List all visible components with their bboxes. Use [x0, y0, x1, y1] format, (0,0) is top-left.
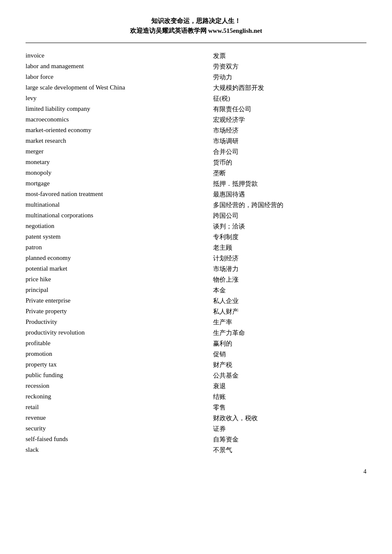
chinese-term: 财政收入，税收 — [213, 413, 366, 424]
chinese-term: 大规模妁西部开发 — [213, 83, 366, 93]
english-term: most-favored nation treatment — [26, 189, 213, 200]
chinese-term: 结账 — [213, 392, 366, 402]
chinese-term: 劳动力 — [213, 72, 366, 83]
english-term: monopoly — [26, 168, 213, 179]
table-row: potential market市场潜力 — [26, 264, 366, 274]
chinese-term: 垄断 — [213, 168, 366, 179]
english-term: large scale development of West China — [26, 83, 213, 93]
english-term: property tax — [26, 360, 213, 370]
english-term: slack — [26, 445, 213, 456]
table-row: revenue财政收入，税收 — [26, 413, 366, 424]
table-row: patron老主顾 — [26, 242, 366, 253]
chinese-term: 有限责任公司 — [213, 104, 366, 115]
table-row: planned economy计划经济 — [26, 253, 366, 264]
table-row: monetary货币的 — [26, 157, 366, 168]
chinese-term: 合并公司 — [213, 147, 366, 157]
chinese-term: 不景气 — [213, 445, 366, 456]
chinese-term: 市场调研 — [213, 136, 366, 147]
table-row: limited liability company有限责任公司 — [26, 104, 366, 115]
vocab-table: invoice发票labor and management劳资双方labor f… — [26, 51, 366, 456]
chinese-term: 最惠国待遇 — [213, 189, 366, 200]
table-row: Private enterprise私人企业 — [26, 296, 366, 306]
chinese-term: 市场经济 — [213, 125, 366, 136]
chinese-term: 私人财产 — [213, 306, 366, 317]
chinese-term: 促销 — [213, 349, 366, 360]
english-term: productivity revolution — [26, 328, 213, 338]
header-divider — [26, 43, 366, 43]
english-term: planned economy — [26, 253, 213, 264]
chinese-term: 财产税 — [213, 360, 366, 370]
table-row: large scale development of West China大规模… — [26, 83, 366, 93]
table-row: invoice发票 — [26, 51, 366, 61]
chinese-term: 生产率 — [213, 317, 366, 328]
table-row: labor force劳动力 — [26, 72, 366, 83]
chinese-term: 谈判；洽谈 — [213, 221, 366, 232]
chinese-term: 发票 — [213, 51, 366, 61]
table-row: mortgage抵押．抵押货款 — [26, 179, 366, 189]
chinese-term: 衰退 — [213, 381, 366, 392]
english-term: Productivity — [26, 317, 213, 328]
chinese-term: 物价上涨 — [213, 274, 366, 285]
chinese-term: 专利制度 — [213, 232, 366, 242]
chinese-term: 自筹资金 — [213, 434, 366, 445]
chinese-term: 零售 — [213, 402, 366, 413]
table-row: self-faised funds自筹资金 — [26, 434, 366, 445]
table-row: levy征(税) — [26, 93, 366, 104]
table-row: slack不景气 — [26, 445, 366, 456]
english-term: self-faised funds — [26, 434, 213, 445]
chinese-term: 宏观经济学 — [213, 115, 366, 125]
english-term: security — [26, 424, 213, 434]
english-term: profitable — [26, 338, 213, 349]
chinese-term: 本金 — [213, 285, 366, 296]
english-term: Private property — [26, 306, 213, 317]
english-term: patent system — [26, 232, 213, 242]
table-row: market research市场调研 — [26, 136, 366, 147]
page-number: 4 — [26, 468, 366, 475]
table-row: multinational corporations跨国公司 — [26, 211, 366, 221]
chinese-term: 征(税) — [213, 93, 366, 104]
english-term: public funding — [26, 370, 213, 381]
english-term: labor and management — [26, 61, 213, 72]
english-term: multinational corporations — [26, 211, 213, 221]
english-term: limited liability company — [26, 104, 213, 115]
english-term: revenue — [26, 413, 213, 424]
english-term: mortgage — [26, 179, 213, 189]
table-row: Private property私人财产 — [26, 306, 366, 317]
table-row: merger合并公司 — [26, 147, 366, 157]
table-row: security证券 — [26, 424, 366, 434]
english-term: price hike — [26, 274, 213, 285]
table-row: most-favored nation treatment最惠国待遇 — [26, 189, 366, 200]
table-row: principal本金 — [26, 285, 366, 296]
table-row: public funding公共基金 — [26, 370, 366, 381]
table-row: recession 衰退 — [26, 381, 366, 392]
table-row: market-oriented economy市场经济 — [26, 125, 366, 136]
english-term: retail — [26, 402, 213, 413]
table-row: promotion促销 — [26, 349, 366, 360]
table-row: price hike物价上涨 — [26, 274, 366, 285]
english-term: promotion — [26, 349, 213, 360]
chinese-term: 私人企业 — [213, 296, 366, 306]
header-line2: 欢迎造访吴耀武英语教学网 www.515english.net — [26, 27, 366, 35]
chinese-term: 老主顾 — [213, 242, 366, 253]
english-term: patron — [26, 242, 213, 253]
english-term: levy — [26, 93, 213, 104]
chinese-term: 生产力革命 — [213, 328, 366, 338]
english-term: market-oriented economy — [26, 125, 213, 136]
english-term: potential market — [26, 264, 213, 274]
chinese-term: 劳资双方 — [213, 61, 366, 72]
english-term: Private enterprise — [26, 296, 213, 306]
chinese-term: 证券 — [213, 424, 366, 434]
english-term: reckoning — [26, 392, 213, 402]
table-row: profitable 赢利的 — [26, 338, 366, 349]
chinese-term: 赢利的 — [213, 338, 366, 349]
english-term: macroeconomics — [26, 115, 213, 125]
english-term: labor force — [26, 72, 213, 83]
english-term: multinational — [26, 200, 213, 211]
table-row: monopoly 垄断 — [26, 168, 366, 179]
chinese-term: 公共基金 — [213, 370, 366, 381]
english-term: market research — [26, 136, 213, 147]
english-term: invoice — [26, 51, 213, 61]
chinese-term: 多国经营的，跨国经营的 — [213, 200, 366, 211]
table-row: macroeconomics宏观经济学 — [26, 115, 366, 125]
english-term: monetary — [26, 157, 213, 168]
